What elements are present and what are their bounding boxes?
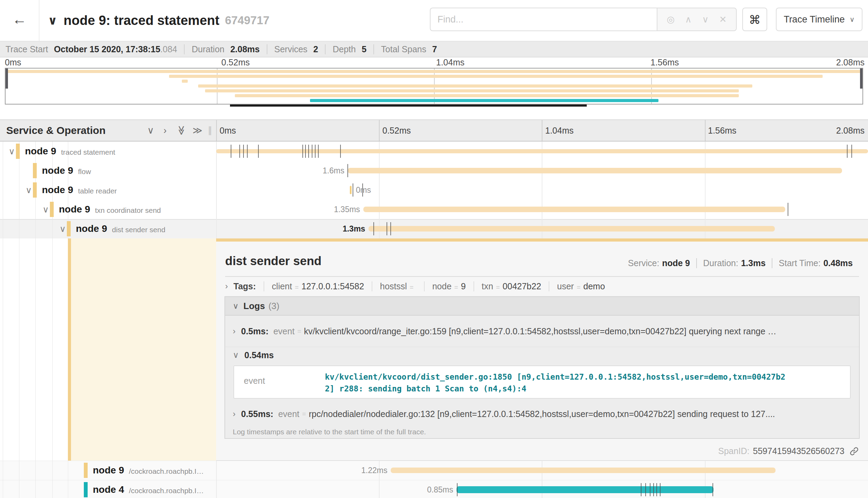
- expand-chevron-icon[interactable]: ∨: [24, 180, 34, 200]
- expand-chevron-icon[interactable]: ∨: [7, 142, 17, 161]
- span-row-node-9-5[interactable]: node 9/cockroach.roachpb.I…1.22ms: [0, 461, 868, 480]
- service-color-chip: [67, 221, 71, 236]
- logs-header[interactable]: ∨ Logs (3): [225, 297, 859, 316]
- span-name-group[interactable]: node 9/cockroach.roachpb.I…: [93, 461, 204, 480]
- log-marker-tick: [788, 203, 788, 216]
- log-marker-tick: [653, 483, 654, 496]
- collapse-trace-icon[interactable]: ∨: [48, 13, 57, 27]
- expand-one-icon[interactable]: ›: [163, 120, 167, 141]
- gridline: [542, 120, 542, 141]
- span-bar[interactable]: [391, 468, 775, 473]
- log-marker-tick: [645, 483, 646, 496]
- log-marker-tick: [302, 145, 303, 158]
- minimap-span-bar: [169, 75, 823, 78]
- span-bar[interactable]: [457, 486, 714, 493]
- timeline-tick: 1.56ms: [708, 120, 736, 141]
- span-name-group[interactable]: node 4/cockroach.roachpb.I…: [93, 480, 204, 498]
- log-marker-tick: [312, 145, 312, 158]
- span-row-node-9-4[interactable]: ∨node 9dist sender send1.3ms: [0, 219, 868, 238]
- service-name: node 9: [93, 465, 124, 476]
- timeline-tick: 1.04ms: [545, 120, 574, 141]
- log-marker-tick: [247, 145, 248, 158]
- span-bar[interactable]: [363, 207, 785, 212]
- expand-chevron-icon[interactable]: ∨: [41, 200, 51, 219]
- keyboard-shortcuts-button[interactable]: ⌘: [742, 8, 767, 31]
- page-title: node 9: traced statement: [64, 13, 220, 28]
- divider: [225, 276, 859, 277]
- find-controls: ◎ ∧ ∨ ✕: [657, 8, 737, 31]
- log-entry[interactable]: › 0.55ms: event = rpc/nodedialer/nodedia…: [225, 401, 859, 426]
- span-row-node-9-2[interactable]: ∨node 9table reader0ms: [0, 180, 868, 200]
- chevron-down-icon: ∨: [233, 350, 239, 360]
- log-field: event: [278, 409, 299, 419]
- viewport-end-handle[interactable]: [860, 69, 862, 89]
- log-marker-tick: [851, 145, 852, 158]
- view-selector-label: Trace Timeline: [784, 14, 845, 25]
- next-match-icon[interactable]: ∨: [702, 14, 709, 25]
- find-input[interactable]: [430, 8, 657, 31]
- minimap-tick: 0.52ms: [221, 57, 250, 67]
- operation-name: /cockroach.roachpb.I…: [129, 467, 204, 476]
- span-bar[interactable]: [369, 226, 774, 232]
- tags-label: Tags:: [233, 281, 256, 291]
- minimap-tick: 2.08ms: [836, 57, 865, 67]
- service-color-chip: [33, 182, 37, 198]
- summary-services: Services 2: [267, 44, 325, 54]
- span-name-group[interactable]: node 9dist sender send: [76, 219, 165, 238]
- chevron-down-icon: ∨: [233, 301, 239, 311]
- minimap-span-bar: [235, 94, 739, 97]
- match-target-icon[interactable]: ◎: [667, 14, 675, 25]
- span-id-row: SpanID: 5597415943526560273: [718, 446, 859, 456]
- minimap-scroll-indicator[interactable]: [230, 105, 587, 107]
- timeline-tick: 0.52ms: [382, 120, 411, 141]
- operation-name: flow: [78, 167, 91, 176]
- tag-node: node=9: [424, 281, 473, 291]
- span-duration-label: 0ms: [356, 180, 371, 200]
- log-marker-tick: [650, 483, 650, 496]
- prev-match-icon[interactable]: ∧: [685, 14, 692, 25]
- view-selector-button[interactable]: Trace Timeline ∨: [776, 8, 862, 31]
- column-resizer-handle[interactable]: ∥: [208, 125, 212, 136]
- log-marker-tick: [660, 483, 661, 496]
- logs-count: (3): [268, 301, 280, 311]
- span-row-node-9-1[interactable]: node 9flow1.6ms: [0, 161, 868, 180]
- service-operation-header: Service & Operation: [6, 120, 106, 141]
- chevron-right-icon: ›: [225, 281, 228, 291]
- tags-row[interactable]: › Tags: client=127.0.0.1:54582 hostssl= …: [225, 278, 613, 295]
- log-marker-tick: [656, 483, 657, 496]
- span-name-group[interactable]: node 9traced statement: [25, 142, 115, 161]
- expand-chevron-icon[interactable]: ∨: [58, 219, 68, 238]
- collapse-one-icon[interactable]: ∨: [147, 120, 154, 141]
- collapse-all-icon[interactable]: ≫: [171, 126, 192, 135]
- trace-minimap[interactable]: [5, 68, 863, 105]
- service-name: node 9: [25, 146, 56, 157]
- span-row-node-9-0[interactable]: ∨node 9traced statement: [0, 142, 868, 161]
- log-marker-tick: [308, 145, 309, 158]
- span-name-group[interactable]: node 9flow: [42, 161, 91, 180]
- log-marker-tick: [318, 145, 319, 158]
- log-marker-tick: [712, 483, 713, 496]
- expand-all-icon[interactable]: ≫: [193, 120, 202, 141]
- span-name-group[interactable]: node 9txn coordinator send: [59, 200, 161, 219]
- span-duration-label: 1.35ms: [334, 200, 360, 219]
- back-button[interactable]: ←: [0, 0, 39, 41]
- operation-name: traced statement: [61, 148, 115, 156]
- link-icon[interactable]: [849, 446, 859, 456]
- log-entry[interactable]: › 0.5ms: event = kv/kvclient/kvcoord/ran…: [225, 316, 859, 347]
- span-bar[interactable]: [348, 168, 842, 173]
- log-marker-tick: [258, 145, 259, 158]
- top-bar: ← ∨ node 9: traced statement 6749717 ◎ ∧…: [0, 0, 868, 42]
- span-row-node-4-6[interactable]: node 4/cockroach.roachpb.I…0.85ms: [0, 480, 868, 498]
- span-row-node-9-3[interactable]: ∨node 9txn coordinator send1.35ms: [0, 200, 868, 219]
- log-marker-tick: [373, 222, 374, 235]
- clear-search-icon[interactable]: ✕: [719, 14, 727, 25]
- minimap-span-bar: [198, 84, 753, 88]
- trace-summary-bar: Trace Start October 15 2020, 17:38:15.08…: [0, 42, 868, 57]
- span-duration-label: 1.22ms: [361, 461, 387, 480]
- viewport-start-handle[interactable]: [6, 69, 8, 89]
- span-bar[interactable]: [350, 186, 352, 194]
- span-bar[interactable]: [216, 149, 868, 153]
- span-name-group[interactable]: node 9table reader: [42, 180, 117, 200]
- log-entry-expanded-header[interactable]: ∨ 0.54ms: [225, 347, 278, 363]
- minimap-span-bar: [6, 70, 861, 73]
